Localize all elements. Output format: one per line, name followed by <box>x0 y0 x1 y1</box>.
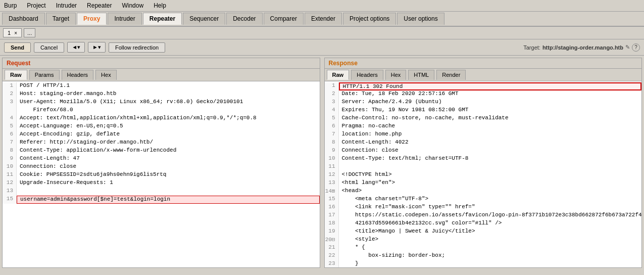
request-line-13: 12 Upgrade-Insecure-Requests: 1 <box>3 179 320 188</box>
line-num-11: 10 <box>3 163 17 171</box>
request-line-10: 9 Content-Length: 47 <box>3 155 320 163</box>
line-num-10: 9 <box>3 155 17 163</box>
resp-line-num-9: 9 <box>325 147 339 155</box>
resp-line-content-19: <title>Mango | Sweet & Juicy</title> <box>339 228 642 236</box>
resp-line-num-18: 18 <box>325 220 339 228</box>
request-tab-headers[interactable]: Headers <box>62 70 94 80</box>
response-line-6: 6 Pragma: no-cache <box>325 123 642 131</box>
line-num-2: 2 <box>3 90 17 99</box>
tab-project-options[interactable]: Project options <box>343 13 396 25</box>
tab-extender[interactable]: Extender <box>305 13 342 25</box>
response-line-10: 10 Content-Type: text/html; charset=UTF-… <box>325 155 642 163</box>
line-num-7: 6 <box>3 131 17 139</box>
resp-line-num-12: 12 <box>325 171 339 179</box>
resp-line-num-5: 5 <box>325 115 339 123</box>
resp-line-content-7: location: home.php <box>339 131 642 139</box>
request-tab-raw[interactable]: Raw <box>5 70 27 80</box>
help-icon[interactable]: ? <box>632 43 640 52</box>
session-tab-1[interactable]: 1 × <box>3 28 22 37</box>
response-tab-headers[interactable]: Headers <box>351 70 383 80</box>
request-line-8: 7 Referer: http://staging-order.mango.ht… <box>3 139 320 147</box>
resp-line-num-14: 14⊞ <box>325 188 339 196</box>
line-content-2: Host: staging-order.mango.htb <box>17 90 320 99</box>
tab-user-options[interactable]: User options <box>397 13 444 25</box>
menu-project[interactable]: Project <box>25 1 47 10</box>
line-content-7: Accept-Encoding: gzip, deflate <box>17 131 320 139</box>
request-line-12: 11 Cookie: PHPSESSID=2sdtu6ja9hs0ehn9ig6… <box>3 171 320 179</box>
tab-repeater[interactable]: Repeater <box>143 13 182 25</box>
request-line-6: 5 Accept-Language: en-US,en;q=0.5 <box>3 123 320 131</box>
resp-line-content-23: } <box>339 260 642 267</box>
resp-line-num-3: 3 <box>325 99 339 107</box>
tab-intruder[interactable]: Intruder <box>108 13 141 25</box>
resp-line-num-1: 1 <box>325 82 339 90</box>
response-line-18: 18 421637d5596661b4e2132cc.svg" color="#… <box>325 220 642 228</box>
resp-line-num-8: 8 <box>325 139 339 147</box>
request-tab-params[interactable]: Params <box>29 70 60 80</box>
menu-repeater[interactable]: Repeater <box>85 1 114 10</box>
request-panel: Request Raw Params Headers Hex 1 POST / … <box>2 58 320 268</box>
session-bar: 1 × ... <box>0 27 644 39</box>
menu-help[interactable]: Help <box>152 1 168 10</box>
request-line-11: 10 Connection: close <box>3 163 320 171</box>
response-line-1: 1 HTTP/1.1 302 Found <box>325 82 642 90</box>
resp-line-num-6: 6 <box>325 123 339 131</box>
response-line-5: 5 Cache-Control: no-store, no-cache, mus… <box>325 115 642 123</box>
resp-line-content-18: 421637d5596661b4e2132cc.svg" color="#1ll… <box>339 220 642 228</box>
tab-target[interactable]: Target <box>46 13 76 25</box>
response-tab-hex[interactable]: Hex <box>385 70 407 80</box>
response-line-11: 11 <box>325 163 642 171</box>
resp-line-content-2: Date: Tue, 18 Feb 2020 22:57:16 GMT <box>339 90 642 99</box>
line-num-1: 1 <box>3 82 17 90</box>
forward-button[interactable]: ►▾ <box>88 42 106 53</box>
request-content[interactable]: 1 POST / HTTP/1.1 2 Host: staging-order.… <box>3 81 320 267</box>
response-line-8: 8 Content-Length: 4022 <box>325 139 642 147</box>
tab-decoder[interactable]: Decoder <box>226 13 262 25</box>
menu-window[interactable]: Window <box>120 1 145 10</box>
resp-line-content-6: Pragma: no-cache <box>339 123 642 131</box>
request-header: Request <box>3 58 320 69</box>
response-content[interactable]: 1 HTTP/1.1 302 Found 2 Date: Tue, 18 Feb… <box>325 81 642 267</box>
tab-comparer[interactable]: Comparer <box>264 13 304 25</box>
request-line-7: 6 Accept-Encoding: gzip, deflate <box>3 131 320 139</box>
resp-line-num-13: 13 <box>325 179 339 188</box>
response-line-4: 4 Expires: Thu, 19 Nov 1981 08:52:00 GMT <box>325 107 642 115</box>
tab-dashboard[interactable]: Dashboard <box>2 13 45 25</box>
response-tab-html[interactable]: HTML <box>408 70 434 80</box>
resp-line-num-23: 23 <box>325 260 339 267</box>
session-dots[interactable]: ... <box>24 28 35 37</box>
resp-line-content-5: Cache-Control: no-store, no-cache, must-… <box>339 115 642 123</box>
response-line-15: 15 <meta charset="UTF-8"> <box>325 196 642 204</box>
cancel-button[interactable]: Cancel <box>34 42 64 53</box>
resp-line-content-9: Connection: close <box>339 147 642 155</box>
line-num-5: 4 <box>3 115 17 123</box>
line-content-13: Upgrade-Insecure-Requests: 1 <box>17 179 320 188</box>
line-num-6: 5 <box>3 123 17 131</box>
menu-intruder[interactable]: Intruder <box>54 1 79 10</box>
tab-sequencer[interactable]: Sequencer <box>183 13 225 25</box>
request-line-3: 3 User-Agent: Mozilla/5.0 (X11; Linux x8… <box>3 99 320 107</box>
main-content: Request Raw Params Headers Hex 1 POST / … <box>0 56 644 270</box>
forward-icon: ►▾ <box>92 44 101 50</box>
line-num-14: 13 <box>3 188 17 196</box>
response-tab-render[interactable]: Render <box>436 70 466 80</box>
resp-line-content-3: Server: Apache/2.4.29 (Ubuntu) <box>339 99 642 107</box>
response-line-22: 22 box-sizing: border-box; <box>325 252 642 260</box>
send-button[interactable]: Send <box>4 42 31 53</box>
resp-line-num-2: 2 <box>325 90 339 99</box>
request-tab-hex[interactable]: Hex <box>95 70 117 80</box>
response-line-16: 16 <link rel="mask-icon" type="" href=" <box>325 204 642 212</box>
menu-burp[interactable]: Burp <box>2 1 19 10</box>
follow-redirect-button[interactable]: Follow redirection <box>109 42 165 53</box>
response-tab-raw[interactable]: Raw <box>327 70 350 80</box>
resp-line-content-21: * { <box>339 244 642 252</box>
resp-line-num-22: 22 <box>325 252 339 260</box>
tab-proxy[interactable]: Proxy <box>77 13 107 25</box>
response-line-14: 14⊞ <head> <box>325 188 642 196</box>
response-line-12: 12 <!DOCTYPE html> <box>325 171 642 179</box>
resp-line-num-19: 19 <box>325 228 339 236</box>
resp-line-num-16: 16 <box>325 204 339 212</box>
main-tab-bar: Dashboard Target Proxy Intruder Repeater… <box>0 12 644 27</box>
back-button[interactable]: ◄▾ <box>67 42 85 53</box>
edit-icon[interactable]: ✎ <box>625 44 630 51</box>
